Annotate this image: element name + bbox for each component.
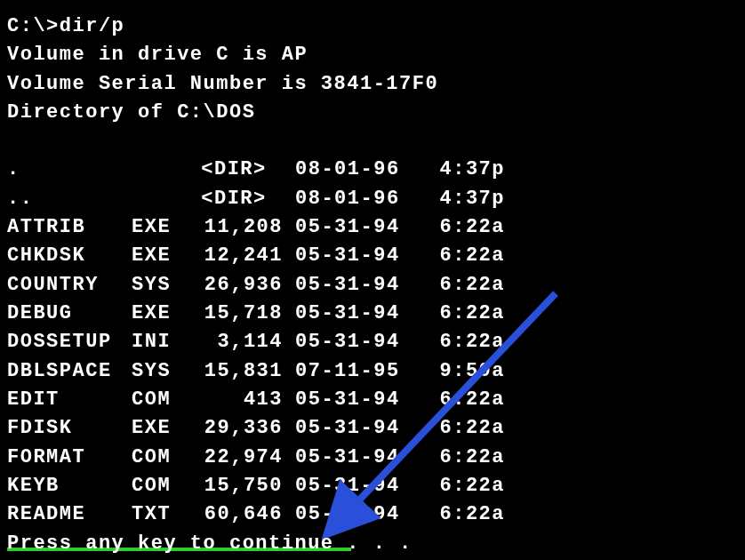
file-name: README bbox=[7, 500, 132, 529]
file-date: 05-31-94 bbox=[283, 444, 407, 472]
file-time: 6:22a bbox=[407, 444, 505, 472]
file-ext: EXE bbox=[132, 300, 185, 328]
blank-line bbox=[7, 127, 745, 156]
file-name: COUNTRY bbox=[7, 271, 132, 300]
file-size: 29,336 bbox=[185, 414, 283, 443]
file-name: KEYB bbox=[7, 472, 132, 500]
file-date: 05-31-94 bbox=[283, 213, 407, 242]
file-ext: COM bbox=[132, 444, 185, 472]
file-time: 6:22a bbox=[407, 242, 505, 270]
file-date: 05-31-94 bbox=[283, 500, 407, 529]
file-size: 22,974 bbox=[185, 444, 283, 472]
file-ext: EXE bbox=[132, 213, 185, 242]
file-ext: COM bbox=[132, 472, 185, 500]
file-date: 05-31-94 bbox=[283, 242, 407, 270]
file-name: FORMAT bbox=[7, 444, 132, 472]
file-ext: SYS bbox=[132, 271, 185, 300]
prompt-prefix: C:\> bbox=[7, 15, 60, 37]
file-size: 15,750 bbox=[185, 472, 283, 500]
file-time: 6:22a bbox=[407, 213, 505, 242]
dir-tag: <DIR> bbox=[185, 185, 283, 213]
file-date: 05-31-94 bbox=[283, 271, 407, 300]
file-name: CHKDSK bbox=[7, 242, 132, 270]
listing-row: FORMATCOM22,97405-31-946:22a bbox=[7, 444, 745, 472]
file-ext: SYS bbox=[132, 357, 185, 386]
file-time: 6:22a bbox=[407, 472, 505, 500]
file-name: . bbox=[7, 156, 132, 184]
listing-row: FDISKEXE29,33605-31-946:22a bbox=[7, 414, 745, 443]
file-time: 4:37p bbox=[407, 185, 505, 213]
file-time: 9:50a bbox=[407, 357, 505, 386]
file-time: 6:22a bbox=[407, 500, 505, 529]
file-ext: COM bbox=[132, 386, 185, 414]
file-ext: EXE bbox=[132, 242, 185, 270]
listing-row: .<DIR>08-01-964:37p bbox=[7, 156, 745, 184]
file-name: FDISK bbox=[7, 414, 132, 443]
file-ext: EXE bbox=[132, 414, 185, 443]
serial-number-line: Volume Serial Number is 3841-17F0 bbox=[7, 70, 745, 99]
listing-row: ..<DIR>08-01-964:37p bbox=[7, 185, 745, 213]
listing-row: DBLSPACESYS15,83107-11-959:50a bbox=[7, 357, 745, 386]
file-size: 60,646 bbox=[185, 500, 283, 529]
file-size: 11,208 bbox=[185, 213, 283, 242]
file-date: 08-01-96 bbox=[283, 185, 407, 213]
file-date: 05-31-94 bbox=[283, 300, 407, 328]
file-date: 05-31-94 bbox=[283, 328, 407, 356]
file-ext: TXT bbox=[132, 500, 185, 529]
directory-line: Directory of C:\DOS bbox=[7, 99, 745, 127]
file-time: 4:37p bbox=[407, 156, 505, 184]
file-size: 3,114 bbox=[185, 328, 283, 356]
directory-listing: .<DIR>08-01-964:37p..<DIR>08-01-964:37pA… bbox=[7, 156, 745, 529]
file-name: DOSSETUP bbox=[7, 328, 132, 356]
file-date: 08-01-96 bbox=[283, 156, 407, 184]
file-time: 6:22a bbox=[407, 300, 505, 328]
command-line: C:\>dir/p bbox=[7, 12, 745, 41]
volume-label-line: Volume in drive C is AP bbox=[7, 41, 745, 69]
listing-row: CHKDSKEXE12,24105-31-946:22a bbox=[7, 242, 745, 270]
file-time: 6:22a bbox=[407, 271, 505, 300]
file-date: 05-31-94 bbox=[283, 414, 407, 443]
file-ext: INI bbox=[132, 328, 185, 356]
file-date: 05-31-94 bbox=[283, 386, 407, 414]
listing-row: KEYBCOM15,75005-31-946:22a bbox=[7, 472, 745, 500]
file-time: 6:22a bbox=[407, 328, 505, 356]
listing-row: ATTRIBEXE11,20805-31-946:22a bbox=[7, 213, 745, 242]
file-size: 15,831 bbox=[185, 357, 283, 386]
file-name: EDIT bbox=[7, 386, 132, 414]
listing-row: DEBUGEXE15,71805-31-946:22a bbox=[7, 300, 745, 328]
listing-row: DOSSETUPINI3,11405-31-946:22a bbox=[7, 328, 745, 356]
dir-tag: <DIR> bbox=[185, 156, 283, 184]
listing-row: COUNTRYSYS26,93605-31-946:22a bbox=[7, 271, 745, 300]
file-size: 12,241 bbox=[185, 242, 283, 270]
listing-row: EDITCOM41305-31-946:22a bbox=[7, 386, 745, 414]
file-name: ATTRIB bbox=[7, 213, 132, 242]
file-size: 15,718 bbox=[185, 300, 283, 328]
file-date: 05-31-94 bbox=[283, 472, 407, 500]
file-name: DBLSPACE bbox=[7, 357, 132, 386]
command-text: dir/p bbox=[60, 15, 125, 37]
file-time: 6:22a bbox=[407, 386, 505, 414]
file-name: DEBUG bbox=[7, 300, 132, 328]
file-time: 6:22a bbox=[407, 414, 505, 443]
file-size: 26,936 bbox=[185, 271, 283, 300]
continue-prompt[interactable]: Press any key to continue . . . bbox=[7, 530, 745, 558]
file-name: .. bbox=[7, 185, 132, 213]
listing-row: READMETXT60,64605-31-946:22a bbox=[7, 500, 745, 529]
file-size: 413 bbox=[185, 386, 283, 414]
file-date: 07-11-95 bbox=[283, 357, 407, 386]
